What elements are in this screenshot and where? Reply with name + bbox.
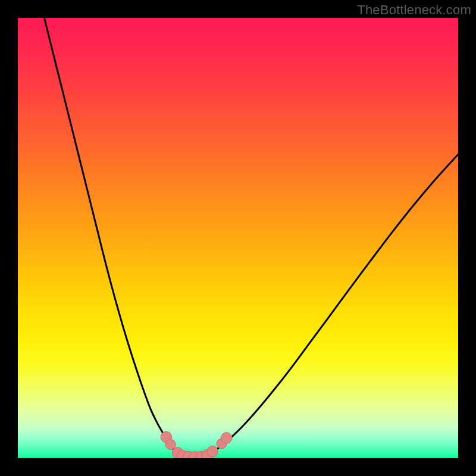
chart-frame: TheBottleneck.com: [0, 0, 476, 476]
plot-gradient-background: [18, 18, 458, 458]
watermark-text: TheBottleneck.com: [357, 2, 471, 18]
